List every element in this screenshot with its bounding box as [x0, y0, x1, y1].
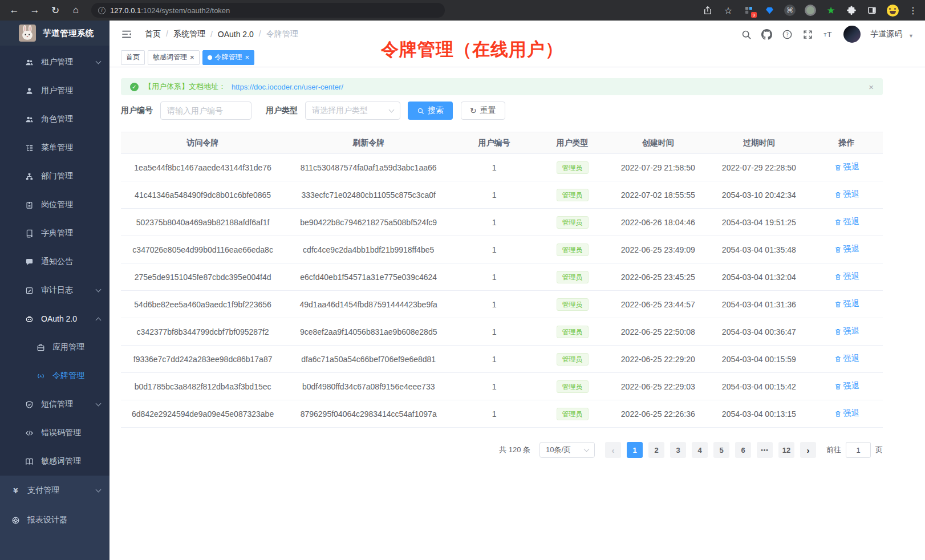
page-number-button[interactable]: ••• — [757, 442, 773, 458]
help-icon[interactable] — [782, 29, 793, 40]
force-logout-link[interactable]: 强退 — [834, 189, 859, 200]
sidebar-item[interactable]: 支付管理 — [0, 476, 109, 505]
profile-avatar-icon[interactable] — [886, 4, 899, 17]
tag-view-tab[interactable]: 敏感词管理 × — [148, 50, 200, 65]
command-extension-icon[interactable]: ⌘ — [784, 4, 796, 17]
tag-view-tab[interactable]: 首页 × — [121, 50, 145, 65]
actions-cell: 强退 — [810, 346, 883, 373]
search-button[interactable]: 搜索 — [408, 102, 453, 120]
share-icon[interactable] — [701, 4, 714, 17]
sidebar-item[interactable]: 错误码管理 — [0, 419, 109, 447]
force-logout-link[interactable]: 强退 — [834, 381, 859, 391]
breadcrumb: 首页 系统管理 OAuth 2.0 令牌管理 — [145, 29, 298, 39]
circle-extension-icon[interactable] — [804, 4, 817, 17]
breadcrumb-item[interactable]: 系统管理 — [161, 29, 205, 39]
force-logout-link[interactable]: 强退 — [834, 326, 859, 336]
next-page-button[interactable]: › — [800, 442, 816, 458]
col-user-id: 用户编号 — [452, 132, 536, 154]
doc-link[interactable]: https://doc.iocoder.cn/user-center/ — [232, 83, 343, 91]
refresh-token-cell: dfa6c71a50a54c66bef706ef9e6e8d81 — [285, 346, 452, 373]
user-menu-caret-icon[interactable]: ▼ — [908, 33, 914, 39]
expires-cell: 2054-03-04 00:36:47 — [708, 318, 810, 346]
sidebar-item[interactable]: 角色管理 — [0, 105, 109, 133]
actions-cell: 强退 — [810, 236, 883, 263]
reload-icon[interactable]: ↻ — [47, 2, 64, 18]
force-logout-link[interactable]: 强退 — [834, 408, 859, 419]
user-id-input[interactable] — [160, 102, 251, 120]
sidebar-item[interactable]: 敏感词管理 — [0, 447, 109, 476]
breadcrumb-item[interactable]: 首页 — [145, 29, 161, 39]
reset-button[interactable]: ↻ 重置 — [461, 102, 505, 120]
user-type-select[interactable]: 请选择用户类型 — [305, 102, 400, 120]
forward-icon[interactable]: → — [26, 2, 43, 18]
site-info-icon[interactable]: i — [98, 7, 106, 14]
sidebar-item[interactable]: 审计日志 — [0, 276, 109, 305]
browser-menu-icon[interactable]: ⋮ — [907, 4, 919, 17]
back-icon[interactable]: ← — [6, 2, 23, 18]
table-row: 41c41346a548490f9dc8b01c6bfe0865 333ecfc… — [121, 181, 883, 209]
sidebar-item[interactable]: 部门管理 — [0, 162, 109, 190]
sidebar-item[interactable]: OAuth 2.0 — [0, 305, 109, 333]
breadcrumb-item[interactable]: 令牌管理 — [254, 29, 298, 39]
page-number-button[interactable]: 2 — [648, 442, 664, 458]
sidebar-item[interactable]: 报表设计器 — [0, 505, 109, 535]
sidebar-item[interactable]: 短信管理 — [0, 390, 109, 419]
user-type-tag: 管理员 — [557, 244, 589, 256]
sidebar-item[interactable]: 通知公告 — [0, 247, 109, 276]
page-size-select[interactable]: 10条/页 — [539, 442, 595, 458]
force-logout-link[interactable]: 强退 — [834, 217, 859, 227]
user-type-cell: 管理员 — [536, 263, 608, 291]
force-logout-link[interactable]: 强退 — [834, 299, 859, 309]
access-token-cell: c342377bf8b344799dcbf7bf095287f2 — [121, 318, 285, 346]
access-token-cell: 6d842e2924594de9a09e45e087323abe — [121, 400, 285, 428]
home-icon[interactable]: ⌂ — [67, 2, 84, 18]
puzzle-extensions-icon[interactable] — [845, 4, 858, 17]
prev-page-button[interactable]: ‹ — [605, 442, 621, 458]
main-panel: 令牌管理（在线用户） 首页 系统管理 OAuth 2.0 令牌管理 — [109, 21, 925, 560]
sidebar-item[interactable]: 岗位管理 — [0, 190, 109, 219]
access-token-cell: 502375b8040a469a9b82188afdf6af1f — [121, 209, 285, 236]
sidebar-item[interactable]: 租户管理 — [0, 48, 109, 76]
page-number-button[interactable]: 3 — [670, 442, 686, 458]
address-bar[interactable]: i 127.0.0.1:1024/system/oauth2/token — [91, 3, 445, 18]
page-number-button[interactable]: 12 — [778, 442, 794, 458]
url-text: 127.0.0.1:1024/system/oauth2/token — [110, 6, 230, 15]
extension-grid-icon[interactable]: 9 — [743, 4, 755, 17]
page-number-button[interactable]: 4 — [692, 442, 708, 458]
user-name[interactable]: 芋道源码 — [870, 29, 902, 39]
search-icon[interactable] — [741, 29, 752, 40]
created-cell: 2022-06-26 18:04:46 — [608, 209, 708, 236]
tag-view-tab[interactable]: 令牌管理 × — [202, 50, 255, 65]
page-number-button[interactable]: 1 — [627, 442, 643, 458]
user-type-cell: 管理员 — [536, 318, 608, 346]
gem-extension-icon[interactable] — [763, 4, 776, 17]
sidebar-item[interactable]: 应用管理 — [0, 333, 109, 362]
force-logout-link[interactable]: 强退 — [834, 354, 859, 364]
force-logout-link[interactable]: 强退 — [834, 244, 859, 254]
goto-page-input[interactable] — [846, 442, 871, 458]
tab-close-icon[interactable]: × — [190, 54, 194, 61]
tab-close-icon[interactable]: × — [245, 54, 250, 61]
font-size-icon[interactable] — [823, 29, 834, 40]
sidebar-item[interactable]: 字典管理 — [0, 219, 109, 247]
user-avatar[interactable] — [843, 26, 861, 43]
force-logout-link[interactable]: 强退 — [834, 162, 859, 172]
fullscreen-icon[interactable] — [802, 29, 813, 40]
alert-close-icon[interactable]: × — [869, 82, 874, 92]
breadcrumb-item[interactable]: OAuth 2.0 — [205, 30, 254, 39]
sidebar-item[interactable]: 菜单管理 — [0, 133, 109, 162]
force-logout-link[interactable]: 强退 — [834, 271, 859, 282]
user-icon — [25, 87, 34, 95]
bookmark-star-icon[interactable]: ☆ — [722, 4, 735, 17]
star-extension-icon[interactable]: ★ — [825, 4, 837, 17]
page-number-button[interactable]: 6 — [735, 442, 751, 458]
chevron-down-icon — [389, 107, 395, 112]
collapse-menu-icon[interactable] — [121, 29, 132, 40]
sidebar-item[interactable]: 令牌管理 — [0, 362, 109, 390]
logo-bar[interactable]: 芋道管理系统 — [0, 21, 109, 46]
page-number-button[interactable]: 5 — [713, 442, 729, 458]
side-panel-icon[interactable] — [866, 4, 878, 17]
user-type-tag: 管理员 — [557, 271, 589, 283]
github-icon[interactable] — [761, 29, 772, 40]
sidebar-item[interactable]: 用户管理 — [0, 76, 109, 105]
